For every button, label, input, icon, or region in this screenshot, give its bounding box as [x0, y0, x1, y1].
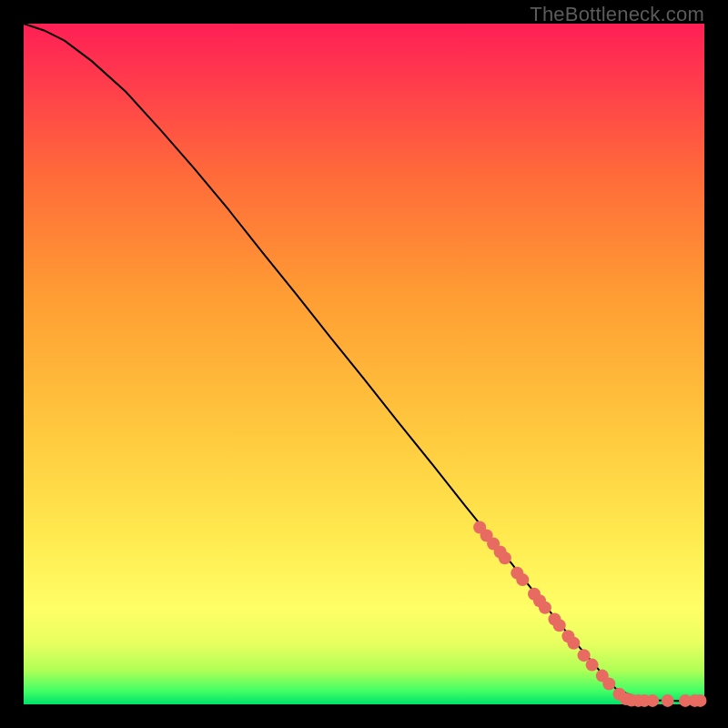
chart-frame: TheBottleneck.com [0, 0, 728, 728]
curve-marker [694, 694, 707, 707]
curve-marker [586, 659, 599, 672]
curve-line [24, 24, 704, 701]
curve-marker [567, 637, 580, 650]
curve-marker [499, 551, 511, 564]
curve-markers [473, 521, 706, 707]
curve-marker [662, 694, 674, 707]
curve-marker [602, 678, 615, 691]
chart-overlay [24, 24, 704, 704]
curve-marker [516, 573, 529, 586]
curve-marker [553, 619, 566, 632]
curve-marker [539, 602, 551, 614]
curve-marker [646, 694, 659, 707]
